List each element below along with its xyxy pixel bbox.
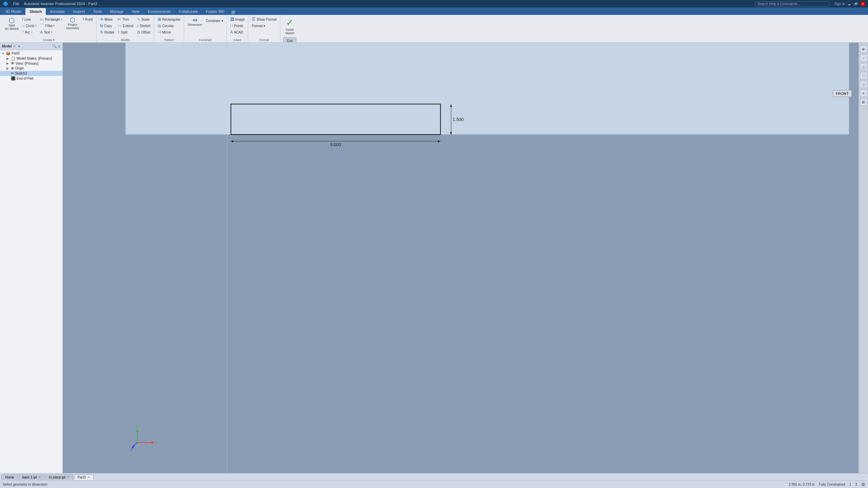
extend-button[interactable]: ↔ Extend [116,23,135,29]
rotate-button[interactable]: ↻ Rotate [99,29,116,35]
copy-button[interactable]: ⧉ Copy [99,23,116,29]
tree-item-model-states[interactable]: ▶ 📋 Model States: [Primary] [0,56,62,61]
side-tool-3[interactable]: △ [860,63,867,70]
offset-button[interactable]: ⊙ Offset [136,29,152,35]
format-group-content: ☰ Show Format Format ▾ [250,16,278,38]
dimension-button[interactable]: ⇔ Dimension [186,16,204,35]
split-label: Split [121,30,127,34]
side-tool-1[interactable]: ⊕ [860,45,867,53]
dimension-width-label: 9.000 [330,142,341,147]
constrain-dropdown-button[interactable]: Constrain ▾ [204,18,224,24]
line-button[interactable]: / Line [21,16,38,22]
create-col3: • Point [81,16,94,22]
tree-item-origin[interactable]: ▶ ⊕ Origin [0,66,62,71]
close-model-tab[interactable]: ✕ [13,45,16,48]
finish-sketch-button[interactable]: ✓ FinishSketch [282,16,297,37]
ribbon-group-insert: 🖼 Image ∷ Points A ACAD Insert [227,16,249,42]
move-button[interactable]: ✛ Move [99,16,116,22]
file-menu[interactable]: File [11,2,22,6]
model-tab[interactable]: Model [2,44,12,48]
format-dropdown-button[interactable]: Format ▾ [250,23,278,29]
search-help-input[interactable]: Search Help & Commands... [755,1,830,6]
project-geometry-button[interactable]: ⬡ ProjectGeometry [64,16,81,35]
app-title: Autodesk Inventor Professional 2024 - Pa… [24,2,97,6]
canvas[interactable]: ◄ ► 9.000 ▲ ▼ 1.500 FRONT [63,43,859,473]
sketch-rectangle[interactable] [231,104,441,135]
side-tool-6[interactable]: ≡ [860,89,867,97]
tree-item-part3[interactable]: ▼ 📦 Part3 [0,51,62,56]
btab-part3[interactable]: Part3 ✕ [74,474,94,480]
close-button[interactable]: ✕ [861,1,865,6]
origin-icon: ⊕ [11,66,14,70]
tab-sketch[interactable]: Sketch [25,8,46,15]
sidebar-tabs: Model ✕ + [2,44,20,49]
tab-annotate[interactable]: Annotate [46,8,69,15]
trim-button[interactable]: ✂ Trim [116,16,135,22]
end-of-part-icon: ⬛ [11,76,16,81]
btab-home-label: Home [5,475,14,479]
arc-button[interactable]: ◜ Arc ▾ [21,29,38,35]
circular-icon: ◎ [158,23,161,28]
show-format-button[interactable]: ☰ Show Format [250,16,278,22]
acad-button[interactable]: A ACAD [229,29,246,35]
tab-fusion360[interactable]: Fusion 360 [202,8,228,15]
point-button[interactable]: • Point [81,16,94,22]
split-button[interactable]: ⌇ Split [116,29,135,35]
tab-tools[interactable]: Tools [89,8,106,15]
sidebar-search-icon[interactable]: 🔍 [52,44,57,48]
tab-environments[interactable]: Environments [144,8,175,15]
ribbon-group-constrain: ⇔ Dimension Constrain ▾ Constrain [184,16,227,42]
side-tool-7[interactable]: ⊞ [860,98,867,106]
tree-item-end-of-part[interactable]: ⬛ End of Part [0,76,62,81]
tab-manage[interactable]: Manage [106,8,127,15]
tab-view[interactable]: View [127,8,144,15]
side-tool-4[interactable]: □ [860,72,867,79]
side-tool-2[interactable]: ○ [860,54,867,62]
image-button[interactable]: 🖼 Image [229,16,246,22]
create-dropdown-button[interactable]: Create ▾ [43,38,55,42]
acad-icon: A [230,30,233,35]
mirror-button[interactable]: ⊣ Mirror [156,29,182,35]
sidebar-menu-icon[interactable]: ≡ [58,44,60,48]
btab-part3-close[interactable]: ✕ [87,475,90,479]
circle-button[interactable]: ○ Circle ▾ [21,23,38,29]
btab-tripiece-close[interactable]: ✕ [67,475,70,479]
icon-count: 1 [849,483,851,486]
rectangular-button[interactable]: ⊞ Rectangular [156,16,182,22]
point-label: Point [85,18,93,21]
points-button[interactable]: ∷ Points [229,23,246,29]
extend-label: Extend [123,24,133,28]
scale-button[interactable]: ⤡ Scale [136,16,152,22]
circular-button[interactable]: ◎ Circular [156,23,182,29]
format-col: ☰ Show Format Format ▾ [250,16,278,29]
rectangle-button[interactable]: ▭ Rectangle ▾ [39,16,64,22]
add-tab-button[interactable]: + [18,44,20,49]
minimize-button[interactable]: 🗕 [847,1,852,6]
start-2d-sketch-button[interactable]: ⬡ Start2D Sketch [3,16,20,35]
btab-tripiece[interactable]: tri piece.ipt ✕ [45,474,73,480]
ribbon-options-icon[interactable]: ⊞ [231,9,235,15]
circular-label: Circular [162,24,174,28]
tree-item-sketch1[interactable]: ✏ Sketch1 [0,71,62,76]
text-button[interactable]: A Text ▾ [39,29,64,35]
tab-collaborate[interactable]: Collaborate [175,8,202,15]
stretch-button[interactable]: ↕ Stretch [136,23,152,29]
points-label: Points [234,24,243,28]
create-group-content: ⬡ Start2D Sketch / Line ○ Circle ▾ ◜ Arc… [3,16,94,38]
rotate-label: Rotate [104,30,114,34]
tree-item-view-primary[interactable]: ▶ 👁 View: [Primary] [0,61,62,66]
tab-3d-model[interactable]: 3D Model [1,8,25,15]
btab-back1-close[interactable]: ✕ [38,475,41,479]
statusbar-settings-icon[interactable]: ⚙ [861,482,865,487]
show-format-label: Show Format [256,18,276,21]
fillet-button[interactable]: ⌒ Fillet ▾ [39,23,64,29]
statusbar-left: Select geometry to dimension [3,483,47,486]
maximize-button[interactable]: 🗗 [854,1,859,6]
model-states-icon: 📋 [11,56,16,61]
btab-back1[interactable]: back 1.ipt ✕ [19,474,45,480]
btab-home[interactable]: Home [1,474,18,480]
sign-in-button[interactable]: Sign In [834,2,845,6]
side-tools-panel: ⊕ ○ △ □ ◇ ≡ ⊞ [859,43,868,473]
side-tool-5[interactable]: ◇ [860,81,867,88]
tab-inspect[interactable]: Inspect [69,8,89,15]
